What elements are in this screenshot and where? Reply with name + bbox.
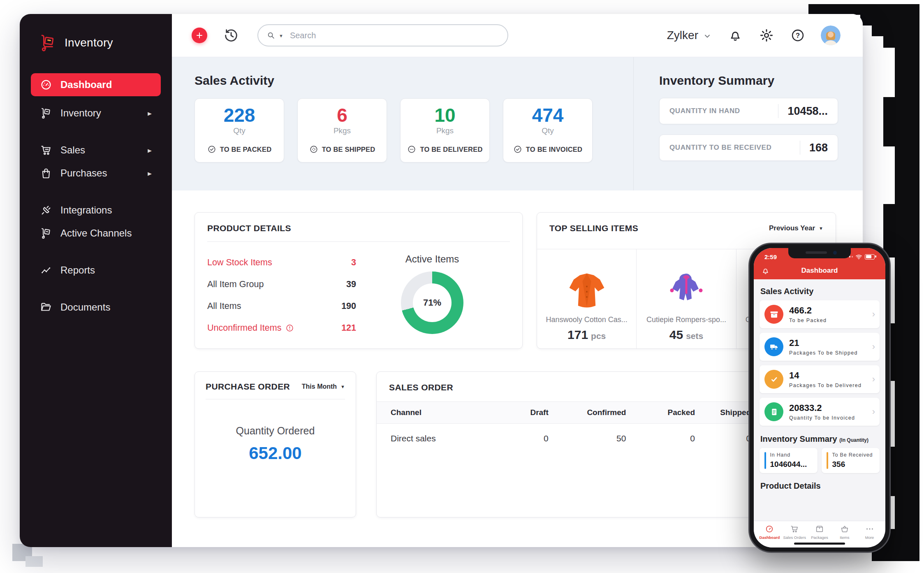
kpi-unit: Qty: [542, 126, 554, 135]
help-button[interactable]: ?: [790, 28, 805, 43]
phone-kpi-quantity-to-be-invoiced: 20833.2 Quantity To be Invoiced ›: [760, 398, 880, 426]
sidebar-item-dashboard[interactable]: Dashboard: [31, 73, 161, 96]
check-circle-icon: [513, 145, 522, 154]
recent-history-button[interactable]: [223, 27, 239, 44]
cart-icon: [40, 144, 52, 156]
sales-activity-title: Sales Activity: [195, 74, 633, 88]
phone-tab-sales-orders: Sales Orders: [782, 524, 807, 540]
summary-value: 10458...: [787, 105, 828, 118]
search-scope-dropdown-icon[interactable]: ▼: [279, 33, 283, 38]
quick-create-button[interactable]: [192, 28, 207, 43]
cell-channel: Direct sales: [391, 434, 494, 443]
cell-packed: 0: [628, 434, 697, 443]
sidebar-item-active-channels[interactable]: Active Channels: [31, 222, 161, 245]
handtruck-icon: [40, 227, 52, 239]
check-icon: [769, 374, 779, 385]
org-switcher[interactable]: Zylker: [667, 29, 711, 42]
phone-clock: 2:59: [764, 253, 777, 260]
global-search[interactable]: ▼: [257, 24, 508, 46]
row-label: Low Stock Items: [207, 258, 272, 268]
row-label: Unconfirmed Items: [207, 323, 281, 333]
history-clock-icon: [223, 27, 239, 44]
product-image-romper: [662, 255, 711, 312]
phone-tab-more: More: [857, 524, 882, 540]
sidebar-item-integrations[interactable]: Integrations: [31, 199, 161, 222]
phone-tab-packages: Packages: [807, 524, 832, 540]
search-icon: [266, 31, 276, 40]
wifi-icon: [855, 254, 862, 260]
phone-kpi-value: 14: [789, 370, 861, 381]
user-avatar-image: [821, 26, 841, 45]
settings-button[interactable]: [759, 28, 774, 43]
phone-kpi-label: Quantity To be Invoiced: [789, 415, 855, 421]
product-unit: pcs: [591, 331, 606, 341]
sidebar-item-label: Reports: [60, 264, 95, 276]
kpi-value: 6: [337, 105, 347, 125]
row-all-items[interactable]: All Items 190: [207, 295, 356, 317]
phone-inventory-summary-suffix: (In Quantity): [839, 437, 868, 443]
summary-value: 168: [809, 142, 828, 154]
inventory-logo-icon: [38, 33, 58, 53]
phone-kpi-value: 20833.2: [789, 403, 855, 413]
sidebar-item-sales[interactable]: Sales ▶: [31, 139, 161, 162]
col-packed: Packed: [628, 408, 697, 417]
divider: [778, 104, 778, 118]
kpi-band: Sales Activity 228 Qty TO BE PACKED: [172, 57, 863, 190]
pixel-deco: [895, 146, 919, 204]
search-input[interactable]: [289, 30, 499, 41]
summary-label: QUANTITY IN HAND: [669, 107, 778, 115]
top-selling-title: TOP SELLING ITEMS: [549, 223, 638, 233]
sidebar-item-reports[interactable]: Reports: [31, 259, 161, 282]
product-image-cardigan: [560, 255, 613, 312]
sidebar-item-purchases[interactable]: Purchases ▶: [31, 162, 161, 185]
kpi-value: 228: [224, 105, 255, 125]
kpi-card-to-be-packed[interactable]: 228 Qty TO BE PACKED: [195, 98, 284, 162]
phone-page-title: Dashboard: [754, 267, 885, 275]
col-draft: Draft: [494, 408, 550, 417]
top-selling-item[interactable]: Cutiepie Rompers-spo... 45sets: [636, 249, 736, 348]
product-details-card: PRODUCT DETAILS Low Stock Items 3 All It…: [195, 212, 523, 349]
phone-summary-value: 1046044...: [770, 460, 807, 469]
kpi-label: TO BE INVOICED: [526, 146, 582, 153]
sidebar-item-inventory[interactable]: Inventory ▶: [31, 102, 161, 125]
kpi-card-to-be-delivered[interactable]: 10 Pkgs TO BE DELIVERED: [400, 98, 490, 162]
top-selling-item[interactable]: Hanswooly Cotton Cas... 171pcs: [537, 249, 636, 348]
top-selling-period-dropdown[interactable]: Previous Year ▼: [769, 224, 823, 232]
phone-summary-to-be-received: To Be Received 356: [822, 448, 880, 473]
kpi-card-to-be-shipped[interactable]: 6 Pkgs TO BE SHIPPED: [297, 98, 387, 162]
box-icon: [769, 309, 779, 320]
kpi-card-to-be-invoiced[interactable]: 474 Qty TO BE INVOICED: [503, 98, 593, 162]
phone-inventory-summary-title: Inventory Summary: [760, 434, 837, 443]
kpi-value: 474: [532, 105, 564, 125]
active-items-label: Active Items: [405, 253, 459, 265]
kpi-label: TO BE SHIPPED: [322, 146, 375, 153]
basket-icon: [840, 524, 849, 534]
cell-shipped: 0: [697, 434, 753, 443]
purchase-order-title: PURCHASE ORDER: [206, 382, 290, 392]
sidebar-item-documents[interactable]: Documents: [31, 296, 161, 319]
chevron-down-icon: ▼: [340, 384, 345, 389]
sidebar-item-label: Integrations: [60, 204, 112, 216]
row-all-item-group[interactable]: All Item Group 39: [207, 274, 356, 295]
sales-activity-section: Sales Activity 228 Qty TO BE PACKED: [172, 57, 633, 190]
row-unconfirmed-items[interactable]: Unconfirmed Items 121: [207, 317, 356, 339]
row-low-stock-items[interactable]: Low Stock Items 3: [207, 252, 356, 274]
phone-tab-bar: Dashboard Sales Orders Pac: [754, 521, 885, 541]
battery-icon: [865, 254, 875, 260]
plug-icon: [40, 204, 52, 216]
kpi-unit: Pkgs: [436, 126, 454, 135]
purchase-order-period-dropdown[interactable]: This Month ▼: [302, 383, 345, 390]
notifications-button[interactable]: [728, 28, 743, 43]
cart-icon: [790, 524, 799, 534]
active-items-donut-chart: 71%: [401, 271, 463, 334]
marketing-canvas: Inventory Dashboard: [0, 0, 924, 573]
gear-icon: [759, 28, 774, 43]
phone-kpi-label: Packages To be Shipped: [789, 350, 858, 356]
avatar[interactable]: [821, 26, 841, 45]
row-value: 121: [341, 323, 356, 333]
app-logo-text: Inventory: [65, 36, 113, 49]
summary-chip-quantity-in-hand: QUANTITY IN HAND 10458...: [659, 98, 838, 124]
phone-kpi-packages-to-be-delivered: 14 Packages To be Delivered ›: [760, 365, 880, 393]
handtruck-icon: [40, 107, 52, 119]
pixel-deco: [895, 381, 919, 447]
